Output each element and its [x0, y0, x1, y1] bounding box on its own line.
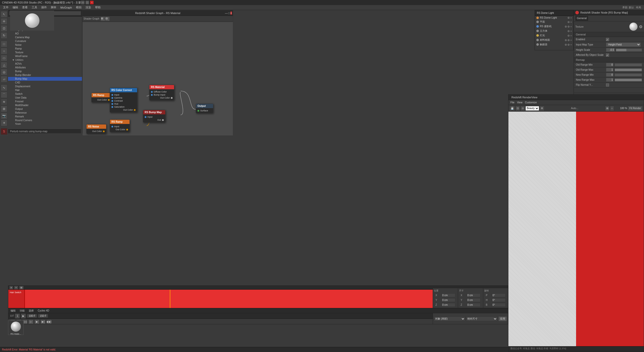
tree-reference[interactable]: Reference [8, 111, 82, 115]
p-input[interactable] [492, 293, 506, 297]
node-rs-color-correct[interactable]: RS Color Correct Input Gamma Contrast Hu… [110, 88, 137, 113]
menu-mograph[interactable]: MoGraph [58, 6, 74, 10]
rv-quality-dropdown[interactable]: Beauty [526, 106, 539, 111]
scene-item-plane[interactable]: 平面 ⊙ ○ [535, 20, 573, 24]
tool-nurbs[interactable]: ⌒ [1, 92, 7, 98]
tab-select[interactable]: 选择 [27, 309, 35, 313]
tree-utilities[interactable]: ▼ Utilities [8, 58, 82, 62]
tl-filter[interactable]: ⊠ [19, 286, 24, 289]
old-range-max-input[interactable] [606, 68, 614, 72]
tree-multishader[interactable]: MultiShader [8, 103, 82, 107]
pb-start-input[interactable]: 1 [15, 314, 20, 319]
pb-last-frame[interactable]: ▶▶| [47, 320, 52, 324]
menu-edit[interactable]: 编辑 [11, 5, 20, 10]
x-size-input[interactable] [467, 293, 480, 297]
tool-cylinder[interactable]: ⬭ [1, 55, 7, 61]
menu-view[interactable]: 查看 [20, 5, 30, 10]
tool-cone[interactable]: △ [1, 62, 7, 68]
tree-attributes[interactable]: Attributes [8, 66, 82, 69]
tab-function[interactable]: 功能 [18, 309, 26, 313]
pb-max-frame[interactable] [38, 314, 48, 318]
old-range-min-input[interactable] [606, 63, 614, 67]
old-range-max-slider[interactable] [615, 68, 642, 71]
y-size-input[interactable] [467, 298, 480, 302]
node-rs-ramp-2[interactable]: RS Ramp Input Out Color [110, 119, 130, 132]
rv-stop-btn[interactable]: ⊡ [515, 106, 520, 111]
tree-hair[interactable]: Hair [8, 88, 82, 92]
tool-pointer[interactable]: ↖ [1, 11, 7, 18]
tree-user-data[interactable]: User Data [8, 96, 82, 100]
rv-menu-file[interactable]: File [509, 101, 515, 104]
tree-remark[interactable]: Remark [8, 115, 82, 118]
tree-texture[interactable]: Texture [8, 51, 82, 54]
rv-menu-view[interactable]: View [516, 101, 524, 104]
tree-aovs[interactable]: AOVs [8, 62, 82, 66]
height-scale-input[interactable] [606, 48, 615, 52]
tree-camera-map[interactable]: Camera Map [8, 35, 82, 39]
tree-bump-blender[interactable]: Bump Blender [8, 73, 82, 77]
tool-light[interactable]: ☀ [1, 120, 7, 126]
old-range-min-slider[interactable] [615, 63, 642, 66]
rv-canvas[interactable] [508, 112, 644, 346]
menu-file[interactable]: 文件 [1, 5, 11, 10]
node-rs-material[interactable]: RS Material Diffuse Color Bump Input Out… [149, 85, 174, 101]
tree-fresnel[interactable]: Fresnel [8, 100, 82, 103]
menu-tools[interactable]: 工具 [30, 5, 39, 10]
close-button[interactable]: × [90, 1, 94, 4]
tree-displacement[interactable]: Displacement [8, 84, 82, 88]
sg-close[interactable]: × [230, 12, 232, 15]
scene-item-cube[interactable]: 立方体 ⊙ ○ [535, 29, 573, 33]
sg-maximize[interactable]: □ [228, 12, 230, 15]
tab-cycles4d[interactable]: Cycles 4D [36, 309, 51, 312]
rv-render-btn[interactable]: ⊙ [520, 106, 525, 111]
enabled-checkbox[interactable]: ✓ [606, 38, 609, 41]
texture-settings-icon[interactable]: ⚙ [639, 24, 642, 29]
tree-ramp[interactable]: Ramp [8, 47, 82, 51]
tool-scale[interactable]: ⊡ [1, 25, 7, 32]
scene-item-dome-light[interactable]: RS Dome Light ⊙ ○ [535, 16, 573, 20]
material-slot[interactable]: RS Mate... [8, 320, 24, 335]
tree-curvature[interactable]: Curvature [8, 39, 82, 43]
tree-switch[interactable]: Switch [8, 92, 82, 96]
tree-ao[interactable]: AO [8, 32, 82, 35]
new-range-max-slider[interactable] [615, 78, 642, 81]
rv-settings-btn[interactable]: ⚙ [540, 106, 544, 111]
height-scale-slider[interactable] [616, 49, 642, 52]
tool-deform[interactable]: ≋ [1, 99, 7, 105]
tool-move[interactable]: ✛ [1, 18, 7, 25]
new-range-min-input[interactable] [606, 73, 614, 77]
z-pos-input[interactable] [441, 303, 455, 307]
rv-menu-customize[interactable]: Customize [524, 101, 538, 104]
input-map-dropdown[interactable]: Height Field Tangent-Space Normals World… [606, 42, 641, 47]
tool-box[interactable]: □ [1, 41, 7, 47]
scene-item-camera[interactable]: RS 摄影机 ⊙ ⊙ ○ [535, 24, 573, 29]
shader-graph-canvas[interactable]: RS Ramp Out Color RS Color Correct Input… [83, 22, 233, 136]
new-range-min-slider[interactable] [615, 73, 642, 76]
menu-help[interactable]: 帮助 [93, 5, 103, 10]
maximize-button[interactable]: □ [86, 1, 89, 4]
tool-rotate[interactable]: ↻ [1, 32, 7, 39]
scene-item-material-face[interactable]: 材料相面 ⊙ ⊙ ○ [535, 38, 573, 42]
tree-c4d[interactable]: C4D [8, 81, 82, 84]
sg-expand[interactable]: ⊞ [101, 17, 105, 21]
flip-normal-checkbox[interactable] [606, 83, 609, 86]
affected-checkbox[interactable]: ✓ [606, 54, 609, 57]
tree-wireframe[interactable]: WireFrame [8, 54, 82, 58]
tool-plane[interactable]: ▱ [1, 76, 7, 82]
h-input[interactable] [492, 298, 506, 302]
minimize-button[interactable]: — [81, 1, 85, 4]
node-rs-bump-map[interactable]: RS Bump Map Input Out [143, 110, 166, 123]
pb-next-key[interactable]: ▶| [41, 320, 46, 324]
tl-menu[interactable]: ≡ [9, 286, 13, 289]
z-size-input[interactable] [467, 303, 480, 307]
tool-torus[interactable]: ◎ [1, 69, 7, 75]
coord-mode-dropdown[interactable]: 绝对尺寸 [466, 317, 497, 321]
b-input[interactable] [492, 303, 506, 307]
scene-item-catalyst[interactable]: 触媒器 ⊙ ⊙ ○ [535, 42, 573, 47]
tree-state[interactable]: State [8, 122, 82, 125]
texture-preview[interactable] [629, 22, 638, 31]
menu-plugins[interactable]: 插件 [39, 5, 49, 10]
node-rs-ramp-1[interactable]: RS Ramp Out Color [91, 93, 111, 103]
tool-sphere[interactable]: ○ [1, 48, 7, 54]
pb-end-input[interactable]: ▶ [21, 314, 26, 319]
